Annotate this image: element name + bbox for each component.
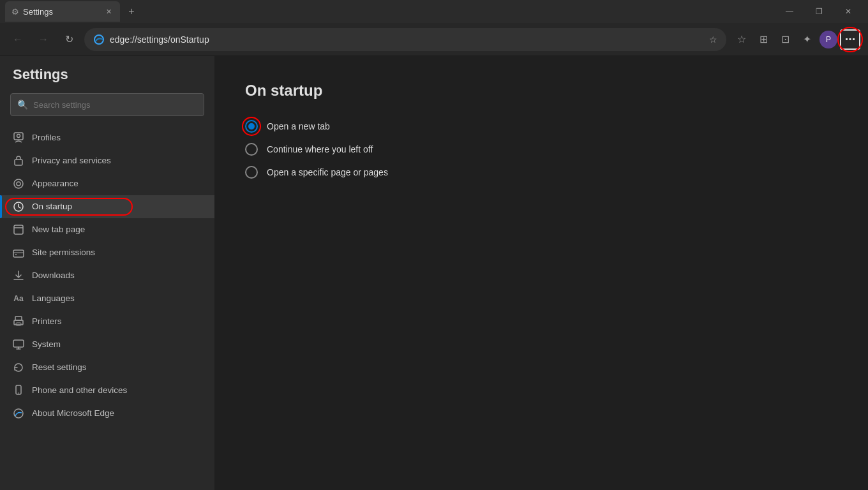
sidebar-item-languages[interactable]: Aa Languages xyxy=(0,287,214,310)
address-text: edge://settings/onStartup xyxy=(110,34,704,45)
sidebar-label-appearance: Appearance xyxy=(32,179,79,188)
window-controls: — ❐ ✕ xyxy=(775,0,863,23)
sidebar-label-printers: Printers xyxy=(32,317,62,326)
svg-rect-8 xyxy=(13,250,24,257)
sidebar-label-on-startup: On startup xyxy=(32,202,72,211)
sidebar-item-reset[interactable]: Reset settings xyxy=(0,356,214,379)
option-open-new-tab[interactable]: Open a new tab xyxy=(245,120,837,133)
sidebar-item-privacy[interactable]: Privacy and services xyxy=(0,149,214,172)
search-settings-input[interactable] xyxy=(33,100,197,110)
close-button[interactable]: ✕ xyxy=(834,0,863,23)
maximize-button[interactable]: ❐ xyxy=(804,0,834,23)
svg-point-9 xyxy=(15,254,17,255)
sidebar-label-downloads: Downloads xyxy=(32,271,75,280)
favorites-star-icon[interactable]: ☆ xyxy=(709,34,717,45)
content-area: On startup Open a new tab Continue where… xyxy=(214,56,868,490)
option-open-specific[interactable]: Open a specific page or pages xyxy=(245,166,837,179)
svg-point-2 xyxy=(17,135,20,138)
site-permissions-icon xyxy=(13,247,24,258)
system-icon xyxy=(13,339,24,350)
sidebar-label-privacy: Privacy and services xyxy=(32,156,111,165)
svg-point-5 xyxy=(17,182,20,186)
sidebar-item-appearance[interactable]: Appearance xyxy=(0,172,214,195)
new-tab-icon xyxy=(13,224,24,235)
reset-icon xyxy=(13,362,24,373)
sidebar-label-profiles: Profiles xyxy=(32,133,61,142)
phone-icon xyxy=(13,385,24,396)
radio-label-open-new-tab: Open a new tab xyxy=(267,121,330,131)
sidebar: Settings 🔍 Profiles xyxy=(0,56,214,490)
favorites-button[interactable]: ☆ xyxy=(731,29,752,50)
appearance-icon xyxy=(13,178,24,189)
radio-inner-dot xyxy=(248,123,255,130)
toolbar-actions: ☆ ⊞ ⊡ ✦ P ··· xyxy=(731,29,860,50)
option-continue-where[interactable]: Continue where you left off xyxy=(245,143,837,156)
sidebar-item-site-permissions[interactable]: Site permissions xyxy=(0,241,214,264)
sidebar-label-phone: Phone and other devices xyxy=(32,386,127,395)
main-layout: Settings 🔍 Profiles xyxy=(0,56,868,490)
sidebar-item-on-startup[interactable]: On startup xyxy=(0,195,214,218)
sidebar-label-languages: Languages xyxy=(32,294,75,303)
languages-icon: Aa xyxy=(13,293,24,304)
edge-logo-icon xyxy=(93,34,105,45)
radio-open-new-tab[interactable] xyxy=(245,120,258,133)
tab-settings-title: Settings xyxy=(23,7,100,17)
svg-point-15 xyxy=(18,392,19,394)
wallet-button[interactable]: ⊡ xyxy=(775,29,795,50)
search-icon: 🔍 xyxy=(17,100,28,110)
svg-rect-3 xyxy=(15,160,22,165)
svg-rect-10 xyxy=(15,316,22,320)
sidebar-item-on-startup-wrap: On startup xyxy=(0,195,214,218)
forward-button[interactable]: → xyxy=(33,29,54,50)
copilot-button[interactable]: ✦ xyxy=(797,29,817,50)
browser-toolbar: ← → ↻ edge://settings/onStartup ☆ ☆ ⊞ ⊡ … xyxy=(0,23,868,56)
settings-heading: Settings xyxy=(0,66,214,93)
tab-area: ⚙ Settings ✕ + xyxy=(5,1,772,22)
svg-rect-13 xyxy=(13,340,24,347)
radio-label-open-specific: Open a specific page or pages xyxy=(267,167,388,177)
sidebar-item-system[interactable]: System xyxy=(0,333,214,356)
profile-button[interactable]: P xyxy=(819,31,837,48)
profiles-icon xyxy=(13,132,24,144)
sidebar-item-phone[interactable]: Phone and other devices xyxy=(0,379,214,402)
radio-continue-where[interactable] xyxy=(245,143,258,156)
minimize-button[interactable]: — xyxy=(775,0,804,23)
svg-point-4 xyxy=(14,179,23,188)
sidebar-item-about[interactable]: About Microsoft Edge xyxy=(0,402,214,425)
page-title: On startup xyxy=(245,82,837,100)
radio-label-continue-where: Continue where you left off xyxy=(267,144,373,154)
settings-nav: Profiles Privacy and services xyxy=(0,126,214,425)
about-icon xyxy=(13,408,24,419)
sidebar-item-downloads[interactable]: Downloads xyxy=(0,264,214,287)
sidebar-item-printers[interactable]: Printers xyxy=(0,310,214,333)
sidebar-label-about: About Microsoft Edge xyxy=(32,409,114,418)
back-button[interactable]: ← xyxy=(8,29,28,50)
tab-close-button[interactable]: ✕ xyxy=(103,6,114,17)
sidebar-item-new-tab[interactable]: New tab page xyxy=(0,218,214,241)
sidebar-label-system: System xyxy=(32,340,61,349)
sidebar-label-new-tab: New tab page xyxy=(32,225,85,234)
svg-point-16 xyxy=(14,409,23,418)
sidebar-label-site-permissions: Site permissions xyxy=(32,248,95,257)
svg-rect-7 xyxy=(14,225,23,234)
printers-icon xyxy=(13,316,24,327)
downloads-icon xyxy=(13,270,24,281)
titlebar: ⚙ Settings ✕ + — ❐ ✕ xyxy=(0,0,868,23)
privacy-icon xyxy=(13,155,24,167)
svg-rect-1 xyxy=(14,133,23,140)
tab-settings-icon: ⚙ xyxy=(11,7,19,17)
sidebar-item-profiles[interactable]: Profiles xyxy=(0,126,214,149)
startup-options: Open a new tab Continue where you left o… xyxy=(245,120,837,179)
collections-button[interactable]: ⊞ xyxy=(753,29,774,50)
settings-tab[interactable]: ⚙ Settings ✕ xyxy=(5,1,120,22)
sidebar-label-reset: Reset settings xyxy=(32,363,87,372)
address-bar[interactable]: edge://settings/onStartup ☆ xyxy=(84,28,726,51)
search-settings-box[interactable]: 🔍 xyxy=(10,93,204,116)
on-startup-icon xyxy=(13,201,24,212)
radio-open-specific[interactable] xyxy=(245,166,258,179)
more-menu-button[interactable]: ··· xyxy=(840,29,860,50)
new-tab-button[interactable]: + xyxy=(123,3,140,20)
refresh-button[interactable]: ↻ xyxy=(59,29,79,50)
